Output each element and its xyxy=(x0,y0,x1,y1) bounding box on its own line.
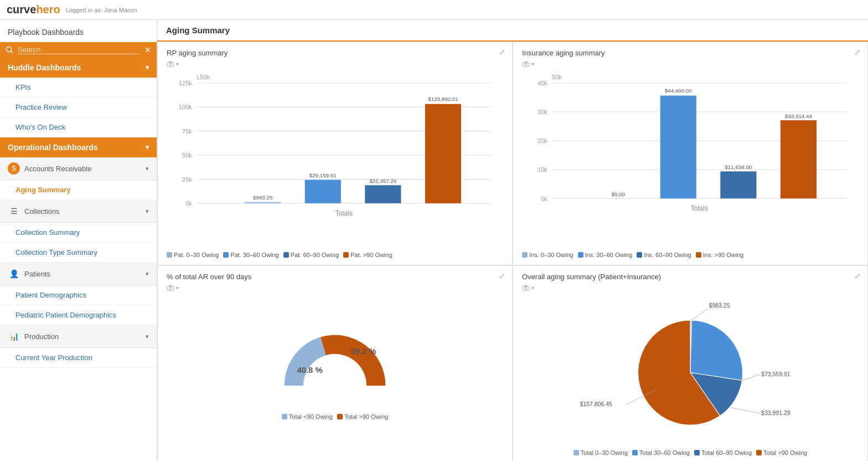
sidebar-item-current-year-production[interactable]: Current Year Production xyxy=(0,348,157,368)
camera-icon: ▾ xyxy=(167,61,179,67)
expand-icon[interactable]: ⤢ xyxy=(499,272,505,280)
dollar-icon: $ xyxy=(8,162,20,175)
pct-over-90-title: % of total AR over 90 days xyxy=(167,273,503,281)
huddle-dashboards-header[interactable]: Huddle Dashboards ▾ xyxy=(0,58,157,78)
svg-text:$44,400.00: $44,400.00 xyxy=(665,88,692,94)
sidebar-item-collection-summary[interactable]: Collection Summary xyxy=(0,223,157,243)
svg-text:$73,559.91: $73,559.91 xyxy=(761,371,790,377)
svg-text:0k: 0k xyxy=(185,200,192,207)
legend-item-ins-30-60: Ins. 30–60 Owing xyxy=(578,252,633,258)
insurance-aging-chart: 40k 30k 20k 10k 0k 50k $0.00 xyxy=(522,71,859,245)
huddle-dashboards-label: Huddle Dashboards xyxy=(8,63,81,72)
sidebar-item-patient-demographics[interactable]: Patient Demographics xyxy=(0,285,157,305)
camera-icon: ▾ xyxy=(522,61,534,67)
svg-text:40.8 %: 40.8 % xyxy=(297,366,322,375)
svg-text:50k: 50k xyxy=(182,152,192,158)
chevron-down-icon: ▾ xyxy=(146,64,149,71)
svg-text:50k: 50k xyxy=(552,74,562,80)
insurance-aging-title: Insurance aging summary xyxy=(522,49,859,57)
main-layout: Playbook Dashboards ✕ Huddle Dashboards … xyxy=(0,20,868,461)
accounts-receivable-label: Accounts Receivable xyxy=(24,165,91,173)
logo-hero: hero xyxy=(36,3,60,16)
sidebar-item-practice-review[interactable]: Practice Review xyxy=(0,98,157,117)
pct-over-90-legend: Total <90 Owing Total >90 Owing xyxy=(167,413,503,420)
svg-text:10k: 10k xyxy=(538,166,547,173)
bar-ins-over-90 xyxy=(781,120,817,198)
legend-total-30-60: Total 30–60 Owing xyxy=(632,449,690,456)
sidebar-item-pediatric-patient-demographics[interactable]: Pediatric Patient Demographics xyxy=(0,305,157,325)
camera-icon: ▾ xyxy=(522,285,534,291)
sidebar-item-collection-type-summary[interactable]: Collection Type Summary xyxy=(0,243,157,263)
donut-segment-over-90 xyxy=(321,335,385,385)
camera-icon: ▾ xyxy=(167,285,179,291)
search-input[interactable] xyxy=(18,45,140,54)
svg-text:125k: 125k xyxy=(179,80,192,86)
chevron-down-icon: ▾ xyxy=(146,270,149,278)
svg-marker-45 xyxy=(169,285,172,286)
insurance-aging-panel: Insurance aging summary ⤢ ▾ 40k 30k 20k … xyxy=(513,42,868,265)
chevron-down-icon: ▾ xyxy=(146,333,149,340)
expand-icon[interactable]: ⤢ xyxy=(854,48,861,57)
svg-text:Totals: Totals xyxy=(691,204,708,212)
svg-point-24 xyxy=(525,64,527,66)
svg-line-53 xyxy=(742,374,760,380)
donut-segment-under-90 xyxy=(285,337,326,386)
legend-total-under-90: Total <90 Owing xyxy=(282,413,333,420)
legend-total-60-90: Total 60–90 Owing xyxy=(694,449,752,456)
bar-ins-60-90 xyxy=(720,171,756,198)
svg-text:25k: 25k xyxy=(182,176,192,183)
svg-text:75k: 75k xyxy=(182,128,192,135)
patients-header[interactable]: 👤 Patients ▾ xyxy=(0,263,157,285)
donut-svg: 40.8 % 59.2 % xyxy=(246,297,423,411)
close-icon[interactable]: ✕ xyxy=(144,45,151,54)
collections-label: Collections xyxy=(24,207,60,216)
person-icon: 👤 xyxy=(8,268,20,280)
expand-icon[interactable]: ⤢ xyxy=(854,272,861,280)
overall-aging-legend: Total 0–30 Owing Total 30–60 Owing Total… xyxy=(522,449,859,456)
patients-label: Patients xyxy=(24,270,50,278)
production-label: Production xyxy=(24,332,59,341)
legend-item-pat-30-60: Pat. 30–60 Owing xyxy=(223,252,278,258)
content-area: Aging Summary RP aging summary ⤢ ▾ 125k … xyxy=(157,20,868,461)
svg-text:$29,159.91: $29,159.91 xyxy=(309,172,337,178)
rp-aging-legend: Pat. 0–30 Owing Pat. 30–60 Owing Pat. 60… xyxy=(167,252,503,258)
topbar: curvehero Logged in as: Jana Macon xyxy=(0,0,868,20)
chevron-down-icon: ▾ xyxy=(146,208,149,215)
svg-text:59.2 %: 59.2 % xyxy=(351,347,376,356)
logo-curve: curve xyxy=(7,3,36,16)
svg-text:$157,806.45: $157,806.45 xyxy=(580,401,613,407)
operational-dashboards-header[interactable]: Operational Dashboards ▾ xyxy=(0,137,157,157)
svg-point-3 xyxy=(169,64,172,66)
chevron-down-icon: ▾ xyxy=(146,165,149,172)
svg-text:100k: 100k xyxy=(179,104,192,110)
sidebar-item-aging-summary[interactable]: Aging Summary xyxy=(0,180,157,200)
expand-icon[interactable]: ⤢ xyxy=(499,48,505,57)
legend-item-ins-over-90: Ins. >90 Owing xyxy=(696,252,744,258)
svg-text:30k: 30k xyxy=(538,109,547,115)
svg-text:L50k: L50k xyxy=(197,74,210,80)
bar-pat-30-60 xyxy=(305,180,341,203)
legend-item-ins-60-90: Ins. 60–90 Owing xyxy=(637,252,691,258)
svg-marker-50 xyxy=(524,285,528,286)
svg-point-0 xyxy=(7,47,12,52)
svg-text:$33,991.29: $33,991.29 xyxy=(761,409,790,416)
bar-pat-over-90 xyxy=(425,104,461,203)
svg-line-1 xyxy=(11,52,13,54)
production-header[interactable]: 📊 Production ▾ xyxy=(0,325,157,348)
sidebar-title: Playbook Dashboards xyxy=(0,20,157,42)
sidebar-item-kpis[interactable]: KPIs xyxy=(0,78,157,98)
pie-seg-30-60 xyxy=(690,320,743,381)
svg-text:Totals: Totals xyxy=(335,209,353,217)
svg-text:$123,892.01: $123,892.01 xyxy=(428,96,458,102)
sidebar-item-whos-on-deck[interactable]: Who's On Deck xyxy=(0,117,157,137)
collections-header[interactable]: ☰ Collections ▾ xyxy=(0,200,157,223)
rp-aging-panel: RP aging summary ⤢ ▾ 125k 100k 75k 50k xyxy=(157,42,513,265)
svg-text:$22,357.29: $22,357.29 xyxy=(369,178,396,184)
svg-point-49 xyxy=(525,287,527,289)
svg-text:$0.00: $0.00 xyxy=(611,191,625,197)
legend-total-0-30: Total 0–30 Owing xyxy=(574,449,628,456)
svg-text:$33,914.44: $33,914.44 xyxy=(785,113,812,119)
accounts-receivable-header[interactable]: $ Accounts Receivable ▾ xyxy=(0,157,157,180)
svg-marker-25 xyxy=(524,62,528,63)
legend-item-pat-0-30: Pat. 0–30 Owing xyxy=(167,252,219,258)
